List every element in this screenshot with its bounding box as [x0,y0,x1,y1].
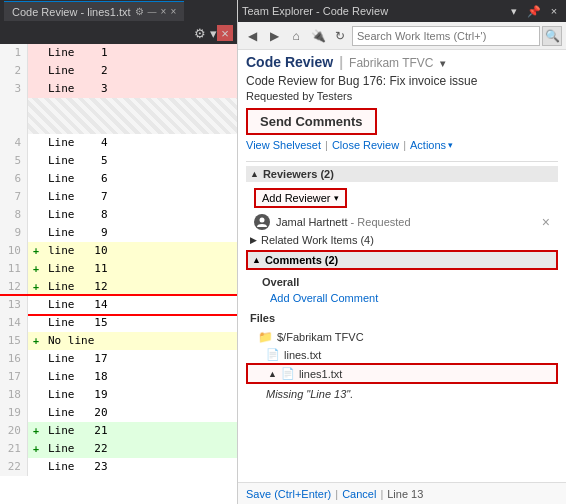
header-section: Code Review | Fabrikam TFVC ▾ Code Revie… [246,54,558,162]
tab-pin-icon: — [148,7,157,17]
connect-btn[interactable]: 🔌 [308,26,328,46]
cancel-link[interactable]: Cancel [342,488,376,500]
reviewers-header[interactable]: ▲ Reviewers (2) [246,166,558,182]
actions-row: View Shelveset | Close Review | Actions … [246,139,558,151]
table-row: 16 Line 17 [0,350,237,368]
overall-label: Overall [246,274,558,290]
home-btn[interactable]: ⌂ [286,26,306,46]
add-reviewer-button[interactable]: Add Reviewer ▾ [254,188,347,208]
settings-gear-icon[interactable]: ⚙ ▾ [194,26,217,41]
related-expand-icon: ▶ [250,235,257,245]
comments-section: ▲ Comments (2) Overall Add Overall Comme… [246,250,558,402]
send-comments-button[interactable]: Send Comments [246,108,377,135]
file-name-lines: lines.txt [284,349,321,361]
editor-tab-label: Code Review - lines1.txt [12,6,131,18]
search-input[interactable] [352,26,540,46]
related-work-items-section: ▶ Related Work Items (4) [246,232,558,248]
reviewer-avatar [254,214,270,230]
te-toolbar: ◀ ▶ ⌂ 🔌 ↻ 🔍 [238,22,566,50]
table-row: 2 Line 2 [0,62,237,80]
reviewers-collapse-icon: ▲ [250,169,259,179]
actions-dropdown[interactable]: Actions ▾ [410,139,453,151]
te-tab-bar: Team Explorer - Code Review ▾ 📌 × [238,0,566,22]
team-explorer-panel: Team Explorer - Code Review ▾ 📌 × ◀ ▶ ⌂ … [238,0,566,504]
comments-header[interactable]: ▲ Comments (2) [246,250,558,270]
footer-line-info: Line 13 [387,488,423,500]
remove-reviewer-button[interactable]: × [542,214,550,230]
table-row: 6 Line 6 [0,170,237,188]
refresh-btn[interactable]: ↻ [330,26,350,46]
requested-by: Requested by Testers [246,90,558,102]
title-dropdown-icon[interactable]: ▾ [440,58,445,69]
close-te-icon[interactable]: × [546,3,562,19]
view-shelveset-link[interactable]: View Shelveset [246,139,321,151]
file-path-text: $/Fabrikam TFVC [277,331,364,343]
add-overall-comment-link[interactable]: Add Overall Comment [246,290,558,306]
reviewer-name: Jamal Hartnett - Requested [276,216,536,228]
forward-btn[interactable]: ▶ [264,26,284,46]
file-doc-icon: 📄 [266,348,280,361]
table-row: 8 Line 8 [0,206,237,224]
reviewers-section: ▲ Reviewers (2) Add Reviewer ▾ Jamal Har… [246,166,558,232]
actions-chevron-icon: ▾ [448,140,453,150]
reviewer-row: Jamal Hartnett - Requested × [246,212,558,232]
arrow-down-icon[interactable]: ▾ [506,3,522,19]
file-item-lines[interactable]: 📄 lines.txt [246,346,558,363]
file-name-lines1: lines1.txt [299,368,342,380]
file-expand-icon: ▲ [268,369,277,379]
actions-label: Actions [410,139,446,151]
comments-collapse-icon: ▲ [252,255,261,265]
editor-toolbar: ⚙ ▾ × [0,22,237,44]
search-button[interactable]: 🔍 [542,26,562,46]
te-tab-icons: ▾ 📌 × [506,3,562,19]
svg-point-0 [260,218,265,223]
comments-title: Comments (2) [265,254,338,266]
title-text: Code Review [246,54,333,70]
table-row: 5 Line 5 [0,152,237,170]
back-btn[interactable]: ◀ [242,26,262,46]
reviewers-title: Reviewers (2) [263,168,334,180]
close-x-btn[interactable]: × [217,25,233,41]
save-link[interactable]: Save (Ctrl+Enter) [246,488,331,500]
table-row: 20 + Line 21 [0,422,237,440]
table-row: 19 Line 20 [0,404,237,422]
files-header: Files [246,310,558,326]
table-row: 11 + Line 11 [0,260,237,278]
tab-close-icon[interactable]: × [161,6,167,17]
file-path-row: 📁 $/Fabrikam TFVC [246,328,558,346]
te-tab-title: Team Explorer - Code Review [242,5,388,17]
folder-icon: 📁 [258,330,273,344]
tab-settings-icon: ⚙ [135,6,144,17]
table-row: 14 Line 15 [0,314,237,332]
code-editor-panel: Code Review - lines1.txt ⚙ — × × ⚙ ▾ × 1… [0,0,238,504]
table-row: 7 Line 7 [0,188,237,206]
pin-icon[interactable]: 📌 [526,3,542,19]
file-item-lines1[interactable]: ▲ 📄 lines1.txt [246,363,558,384]
tab-x-icon[interactable]: × [170,6,176,17]
tab-bar: Code Review - lines1.txt ⚙ — × × [0,0,237,22]
table-row: 3 Line 3 [0,80,237,98]
table-row: 21 + Line 22 [0,440,237,458]
table-row: 4 Line 4 [0,134,237,152]
related-title: Related Work Items (4) [261,234,374,246]
table-row: 18 Line 19 [0,386,237,404]
missing-line-text: Missing "Line 13". [246,386,558,402]
title-separator: | [339,54,343,70]
close-review-link[interactable]: Close Review [332,139,399,151]
files-subsection: Files 📁 $/Fabrikam TFVC 📄 lines.txt ▲ 📄 … [246,310,558,402]
add-reviewer-dropdown-icon: ▾ [334,193,339,203]
add-reviewer-label: Add Reviewer [262,192,330,204]
reviewer-status-text: Requested [357,216,410,228]
table-row: 17 Line 18 [0,368,237,386]
code-content: 1 Line 1 2 Line 2 3 Line 3 4 [0,44,237,504]
table-row: 9 Line 9 [0,224,237,242]
table-row[interactable]: 13 Line 14 [0,296,237,314]
te-footer: Save (Ctrl+Enter) | Cancel | Line 13 [238,482,566,504]
table-row: 15 + No line [0,332,237,350]
table-row: 22 Line 23 [0,458,237,476]
table-row: 12 + Line 12 [0,278,237,296]
related-work-items-header[interactable]: ▶ Related Work Items (4) [246,232,558,248]
file-doc-icon-2: 📄 [281,367,295,380]
table-row: 10 + line 10 [0,242,237,260]
editor-tab[interactable]: Code Review - lines1.txt ⚙ — × × [4,1,184,21]
